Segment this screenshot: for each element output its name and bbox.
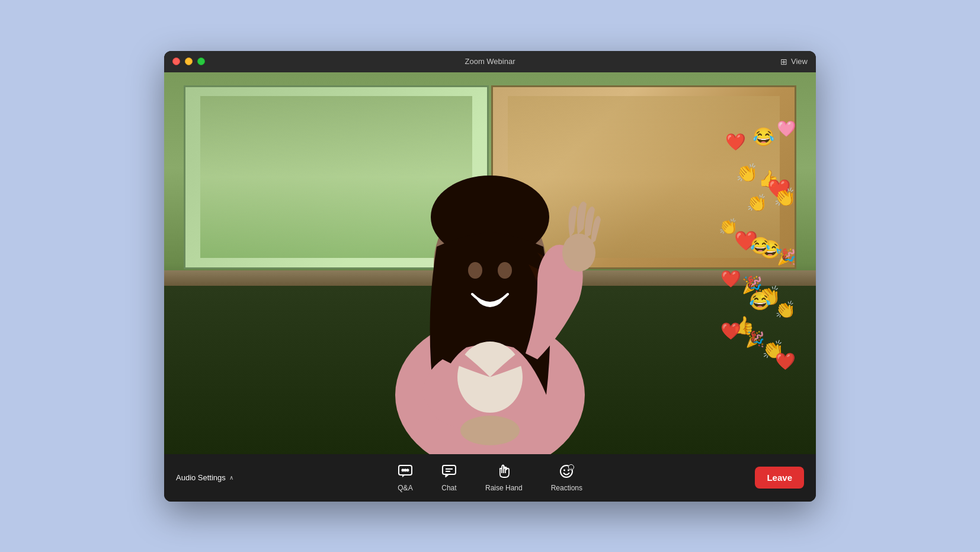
audio-settings-label: Audio Settings bbox=[176, 473, 226, 482]
qa-label: Q&A bbox=[398, 484, 412, 492]
grid-icon: ⊞ bbox=[780, 57, 787, 66]
chat-label: Chat bbox=[441, 484, 456, 492]
close-button[interactable] bbox=[172, 58, 180, 65]
raise-hand-icon bbox=[496, 464, 511, 481]
traffic-lights bbox=[172, 58, 205, 65]
window-title: Zoom Webinar bbox=[465, 57, 515, 66]
maximize-button[interactable] bbox=[197, 58, 205, 65]
video-area: ❤️😂🩷👏👍❤️👏👏👏❤️😂😂🎉❤️🎉👏😂👏👍❤️🎉👏❤️ bbox=[164, 72, 816, 454]
svg-point-6 bbox=[562, 234, 595, 272]
view-button[interactable]: ⊞ View bbox=[780, 57, 808, 66]
view-label: View bbox=[791, 57, 808, 66]
chat-icon bbox=[441, 464, 457, 481]
qa-button[interactable]: Q&A bbox=[392, 460, 419, 496]
zoom-window: Zoom Webinar ⊞ View bbox=[164, 51, 816, 502]
svg-point-18 bbox=[568, 469, 569, 471]
svg-point-5 bbox=[498, 262, 512, 279]
reactions-icon: + bbox=[559, 464, 574, 481]
toolbar-controls: Q&A Chat bbox=[392, 460, 588, 496]
svg-point-17 bbox=[563, 469, 565, 471]
titlebar: Zoom Webinar ⊞ View bbox=[164, 51, 816, 72]
svg-text:+: + bbox=[571, 466, 573, 470]
svg-point-7 bbox=[460, 416, 520, 445]
svg-point-4 bbox=[468, 262, 482, 279]
leave-button[interactable]: Leave bbox=[755, 467, 804, 489]
chat-button[interactable]: Chat bbox=[435, 460, 463, 496]
raise-hand-button[interactable]: Raise Hand bbox=[479, 460, 529, 496]
minimize-button[interactable] bbox=[185, 58, 193, 65]
qa-icon bbox=[398, 464, 413, 481]
chevron-up-icon: ∧ bbox=[229, 474, 233, 481]
audio-settings-button[interactable]: Audio Settings ∧ bbox=[176, 473, 233, 482]
svg-rect-13 bbox=[443, 465, 456, 474]
presenter-video bbox=[318, 72, 662, 454]
svg-point-12 bbox=[406, 468, 409, 471]
reactions-button[interactable]: + Reactions bbox=[545, 460, 588, 496]
raise-hand-label: Raise Hand bbox=[485, 484, 523, 492]
reactions-label: Reactions bbox=[551, 484, 582, 492]
toolbar: Audio Settings ∧ Q&A bbox=[164, 454, 816, 502]
